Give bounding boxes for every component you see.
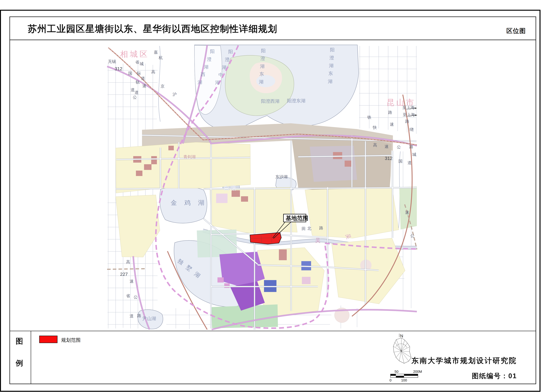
- site-callout-label: 基地范围: [286, 215, 308, 221]
- svg-text:北: 北: [307, 226, 311, 231]
- lake-label-baitang: 白塘: [224, 185, 237, 191]
- location-map: 基地范围 相城区 昆山市 无锡 至上海 至上海 312 312 227 金鸡湖 …: [10, 41, 536, 330]
- scale-label-50: 50: [395, 370, 398, 374]
- svg-text:阳: 阳: [261, 48, 266, 53]
- svg-text:际: 际: [137, 71, 141, 76]
- scale-label-200m: 200M: [413, 370, 422, 374]
- legend-column-divider: [31, 331, 31, 384]
- svg-text:路: 路: [388, 110, 392, 115]
- dest-label-shanghai-2: 至上海: [403, 113, 415, 117]
- lake-label-yangcheng-east: 阳澄东湖: [287, 98, 305, 103]
- svg-text:省: 省: [135, 60, 139, 64]
- svg-text:东: 东: [260, 71, 264, 77]
- lake-label-yangcheng-west: 阳澄西湖: [261, 98, 279, 104]
- svg-text:东: 东: [328, 71, 333, 76]
- svg-text:西: 西: [201, 72, 205, 77]
- district-label-xiangcheng: 相城区: [120, 50, 149, 58]
- title-divider-line: [10, 40, 536, 40]
- svg-text:公: 公: [134, 295, 138, 299]
- svg-text:绕: 绕: [410, 127, 414, 132]
- svg-text:道: 道: [141, 76, 145, 81]
- lake-label-dongsha: 东沙湖: [275, 175, 287, 179]
- svg-text:湖: 湖: [260, 64, 265, 69]
- lake-label-qingjian: 青剑湖: [183, 155, 196, 159]
- svg-text:湖: 湖: [215, 80, 220, 85]
- svg-text:道: 道: [131, 88, 135, 92]
- lake-label-yinshan: 尹山湖: [142, 316, 156, 321]
- svg-text:速: 速: [130, 279, 134, 284]
- svg-text:澄: 澄: [260, 56, 265, 61]
- svg-text:国: 国: [128, 71, 132, 76]
- svg-text:路: 路: [405, 119, 409, 124]
- svg-text:阳: 阳: [330, 47, 335, 52]
- plan-sheet: 苏州工业园区星塘街以东、星华街以西地区控制性详细规划 区位图: [0, 0, 541, 392]
- svg-text:高: 高: [373, 143, 377, 147]
- svg-text:澄: 澄: [225, 57, 229, 62]
- river-label-wu-1: 吴: [315, 237, 321, 243]
- svg-text:城: 城: [140, 62, 144, 66]
- corner-label: 区位图: [506, 27, 526, 35]
- scale-label-100: 100: [401, 378, 407, 382]
- svg-text:湖: 湖: [329, 63, 333, 68]
- svg-text:中: 中: [218, 72, 223, 77]
- lake-label-jinji: 金鸡湖: [171, 199, 212, 206]
- svg-text:速: 速: [390, 122, 394, 127]
- svg-text:道: 道: [407, 160, 411, 165]
- svg-text:速: 速: [385, 144, 389, 149]
- svg-text:路: 路: [409, 144, 413, 149]
- route-number-227: 227: [120, 272, 128, 277]
- svg-text:国: 国: [398, 159, 402, 163]
- dest-label-shanghai-1: 至上海: [402, 105, 415, 110]
- svg-text:速: 速: [142, 83, 146, 88]
- legend-item-label: 规划范围: [61, 337, 81, 343]
- compass-north-label: N: [400, 334, 403, 338]
- legend-heading-char-1: 图: [16, 336, 23, 346]
- svg-text:杭: 杭: [159, 55, 163, 60]
- svg-text:澄: 澄: [207, 57, 212, 62]
- svg-text:湖: 湖: [198, 80, 202, 85]
- svg-text:沪: 沪: [172, 92, 177, 97]
- svg-text:城: 城: [412, 152, 416, 157]
- svg-text:路: 路: [319, 226, 323, 230]
- svg-text:轨: 轨: [136, 80, 140, 84]
- svg-text:速: 速: [405, 210, 409, 215]
- svg-text:湖: 湖: [259, 79, 264, 84]
- svg-text:田: 田: [302, 227, 306, 231]
- svg-text:道: 道: [130, 314, 134, 318]
- svg-text:湖: 湖: [204, 64, 208, 69]
- svg-text:高: 高: [126, 260, 130, 264]
- svg-text:高: 高: [151, 70, 155, 74]
- svg-text:道: 道: [135, 90, 139, 95]
- route-number-312-west: 312: [115, 66, 122, 71]
- legend-heading-char-2: 例: [16, 358, 23, 368]
- svg-text:湖: 湖: [328, 79, 333, 84]
- svg-text:京: 京: [161, 84, 165, 88]
- page-title: 苏州工业园区星塘街以东、星华街以西地区控制性详细规划: [28, 23, 277, 35]
- svg-text:阳: 阳: [228, 49, 233, 54]
- scale-label-0: 0: [390, 378, 391, 382]
- svg-text:澄: 澄: [329, 55, 334, 60]
- svg-text:公: 公: [397, 145, 401, 149]
- legend-swatch-planning-scope: [39, 336, 57, 343]
- route-number-312-east: 312: [385, 156, 392, 161]
- city-label-wuxi: 无锡: [108, 59, 116, 64]
- institute-name: 东南大学城市规划设计研究院: [411, 356, 517, 366]
- svg-text:省: 省: [126, 294, 130, 298]
- svg-text:快: 快: [373, 125, 377, 130]
- sheet-number: 图纸编号：01: [472, 371, 517, 381]
- svg-text:公: 公: [133, 95, 137, 99]
- svg-text:阳: 阳: [210, 49, 215, 54]
- legend-divider-line: [10, 331, 536, 331]
- svg-text:嘉: 嘉: [154, 50, 158, 54]
- svg-text:公: 公: [410, 233, 414, 238]
- scale-bar: 50 200M 0 100: [390, 370, 422, 382]
- svg-text:铁: 铁: [367, 115, 371, 119]
- svg-text:湖: 湖: [222, 65, 226, 70]
- svg-text:路: 路: [137, 314, 141, 318]
